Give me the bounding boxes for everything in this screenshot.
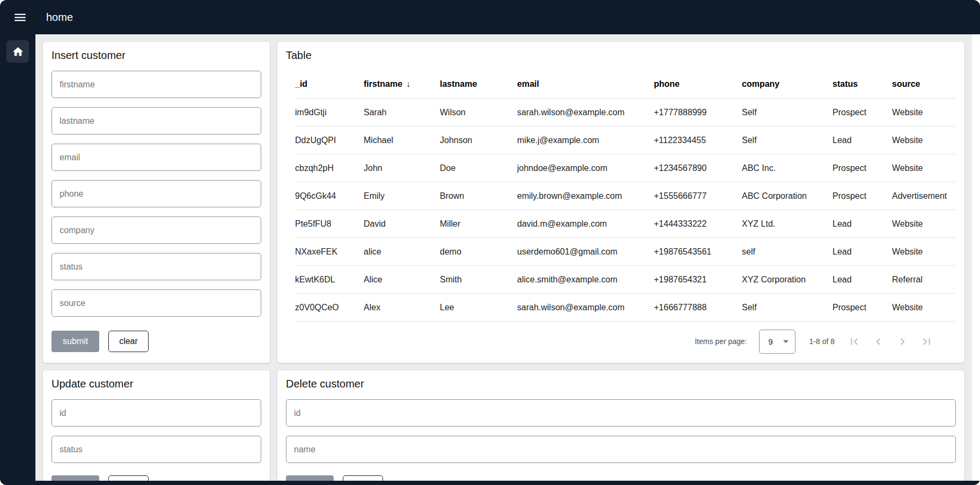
- page-title: home: [46, 11, 73, 24]
- update-customer-card: Update customer submit clear: [43, 370, 270, 481]
- column-header-phone[interactable]: phone: [654, 79, 742, 89]
- delete-name-field[interactable]: [286, 436, 956, 463]
- scrollbar-track[interactable]: [972, 34, 980, 481]
- cell-phone: +1666777888: [654, 303, 742, 312]
- insert-clear-button[interactable]: clear: [108, 331, 149, 352]
- cell-firstname: Alex: [364, 303, 440, 312]
- delete-customer-card: Delete customer submit clear: [277, 370, 964, 481]
- column-header-firstname-label: firstname: [364, 79, 402, 89]
- delete-submit-button[interactable]: submit: [286, 475, 334, 481]
- cell-firstname: Emily: [364, 191, 440, 201]
- column-header-company[interactable]: company: [742, 79, 832, 89]
- cell-source: Website: [892, 136, 956, 145]
- update-id-field[interactable]: [51, 399, 261, 427]
- cell-source: Website: [892, 303, 956, 312]
- page-range-label: 1-8 of 8: [809, 337, 835, 346]
- top-bar: home: [0, 0, 980, 34]
- delete-id-field[interactable]: [286, 399, 956, 427]
- first-page-button[interactable]: [842, 330, 866, 354]
- last-page-button[interactable]: [915, 330, 939, 354]
- sidebar-item-home[interactable]: [6, 40, 29, 63]
- company-field[interactable]: [51, 217, 261, 244]
- page-size-select[interactable]: 9: [759, 330, 795, 354]
- insert-submit-button[interactable]: submit: [51, 331, 99, 352]
- cell-id: Pte5fFU8: [295, 219, 364, 229]
- table-body: im9dGtji Sarah Wilson sarah.wilson@examp…: [295, 99, 956, 322]
- cell-email: johndoe@example.com: [517, 163, 654, 173]
- cell-company: self: [742, 247, 832, 257]
- update-clear-button[interactable]: clear: [108, 475, 149, 481]
- cell-lastname: Wilson: [440, 108, 517, 117]
- cell-phone: +1234567890: [654, 163, 742, 173]
- column-header-status[interactable]: status: [832, 79, 892, 89]
- cell-phone: +1777888999: [654, 108, 742, 117]
- insert-customer-card: Insert customer submit clear: [43, 42, 270, 363]
- cell-firstname: alice: [364, 247, 440, 257]
- cell-phone: +19876543561: [654, 247, 742, 257]
- column-header-firstname[interactable]: firstname ↓: [364, 79, 440, 89]
- last-page-icon: [920, 335, 933, 348]
- cell-lastname: demo: [440, 247, 517, 257]
- cell-email: david.m@example.com: [517, 219, 654, 229]
- cell-id: DdzUgQPI: [295, 136, 364, 145]
- lastname-field[interactable]: [51, 107, 261, 135]
- cell-lastname: Smith: [440, 275, 517, 285]
- previous-page-button[interactable]: [866, 330, 890, 354]
- source-field[interactable]: [51, 289, 261, 317]
- column-header-lastname[interactable]: lastname: [440, 79, 517, 89]
- cell-phone: +1987654321: [654, 275, 742, 285]
- cell-firstname: David: [364, 219, 440, 229]
- menu-button[interactable]: [8, 5, 32, 29]
- column-header-source[interactable]: source: [892, 79, 956, 89]
- cell-phone: +1122334455: [654, 136, 742, 145]
- first-page-icon: [848, 335, 861, 348]
- items-per-page-label: Items per page:: [695, 337, 747, 346]
- cell-email: alice.smith@example.com: [517, 275, 654, 285]
- cell-phone: +1555666777: [654, 191, 742, 201]
- cell-email: emily.brown@example.com: [517, 191, 654, 201]
- cell-company: Self: [742, 136, 832, 145]
- next-page-button[interactable]: [890, 330, 915, 354]
- chevron-right-icon: [896, 335, 909, 348]
- update-status-field[interactable]: [51, 436, 261, 463]
- cell-firstname: Sarah: [364, 108, 440, 117]
- cell-lastname: Lee: [440, 303, 517, 312]
- cell-company: XYZ Ltd.: [742, 219, 832, 229]
- update-submit-button[interactable]: submit: [51, 475, 99, 481]
- firstname-field[interactable]: [51, 71, 261, 98]
- cell-email: userdemo601@gmail.com: [517, 247, 654, 257]
- cell-id: kEwtK6DL: [295, 275, 364, 285]
- cell-lastname: Johnson: [440, 136, 517, 145]
- select-caret-icon: [783, 340, 789, 343]
- cell-status: Prospect: [832, 303, 892, 312]
- cell-source: Website: [892, 163, 956, 173]
- table-row: Pte5fFU8 David Miller david.m@example.co…: [295, 210, 956, 238]
- table-paginator: Items per page: 9 1-8 of 8: [286, 322, 956, 361]
- cell-status: Lead: [832, 275, 892, 285]
- table-card-title: Table: [286, 49, 956, 62]
- table-row: kEwtK6DL Alice Smith alice.smith@example…: [295, 266, 956, 294]
- cell-source: Website: [892, 247, 956, 257]
- cell-id: NXaxeFEK: [295, 247, 364, 257]
- page-size-value: 9: [769, 337, 773, 346]
- table-row: DdzUgQPI Michael Johnson mike.j@example.…: [295, 126, 956, 154]
- cell-source: Referral: [892, 275, 956, 285]
- customers-table: _id firstname ↓ lastname email phone com…: [295, 70, 956, 322]
- status-field[interactable]: [51, 253, 261, 280]
- cell-status: Prospect: [832, 108, 892, 117]
- phone-field[interactable]: [51, 180, 261, 207]
- cell-phone: +1444333222: [654, 219, 742, 229]
- table-card: Table _id firstname ↓ lastname email pho…: [277, 42, 964, 363]
- email-field[interactable]: [51, 144, 261, 171]
- cell-source: Advertisement: [892, 191, 956, 201]
- cell-status: Lead: [832, 136, 892, 145]
- chevron-left-icon: [872, 335, 885, 348]
- table-header-row: _id firstname ↓ lastname email phone com…: [295, 70, 956, 99]
- column-header-id[interactable]: _id: [295, 79, 364, 89]
- cell-company: XYZ Corporation: [742, 275, 832, 285]
- cell-firstname: Alice: [364, 275, 440, 285]
- delete-clear-button[interactable]: clear: [343, 475, 383, 481]
- delete-card-title: Delete customer: [286, 378, 956, 390]
- column-header-email[interactable]: email: [517, 79, 654, 89]
- cell-lastname: Brown: [440, 191, 517, 201]
